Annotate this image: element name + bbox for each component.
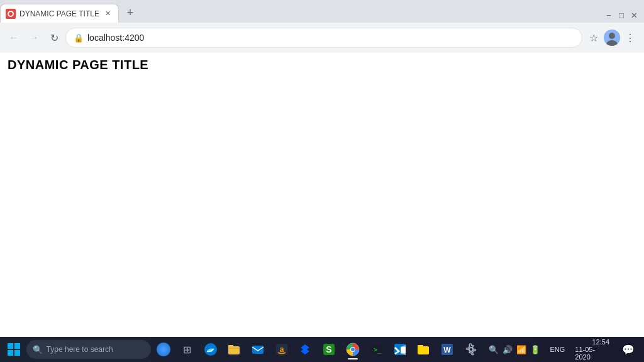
taskbar-search-placeholder: Type here to search	[47, 345, 113, 354]
battery-icon[interactable]: 🔋	[530, 345, 540, 354]
tab-close-button[interactable]: ✕	[103, 9, 113, 19]
svg-point-1	[609, 33, 615, 39]
taskbar-app-settings[interactable]	[460, 338, 482, 361]
windows-logo-q4	[14, 350, 20, 356]
tab-favicon-inner	[8, 11, 14, 17]
search-tray-icon[interactable]: 🔍	[489, 345, 499, 354]
taskbar-app-chrome[interactable]	[341, 338, 364, 361]
active-tab[interactable]: DYNAMIC PAGE TITLE ✕	[0, 4, 119, 23]
s-app-icon: S	[322, 343, 336, 356]
taskbar-app-mail[interactable]	[247, 338, 269, 361]
svg-text:>_: >_	[374, 346, 382, 354]
taskbar-app-dropbox[interactable]	[294, 338, 317, 361]
svg-marker-10	[301, 348, 309, 354]
tab-bar: DYNAMIC PAGE TITLE ✕ + − □ ✕	[0, 0, 644, 23]
svg-rect-6	[252, 346, 264, 354]
explorer-icon	[227, 343, 241, 356]
svg-rect-5	[228, 345, 233, 348]
menu-button[interactable]: ⋮	[621, 29, 639, 47]
bookmark-button[interactable]: ☆	[585, 29, 602, 47]
svg-text:W: W	[443, 346, 451, 354]
taskbar-app-s[interactable]: S	[318, 338, 340, 361]
url-text: localhost:4200	[87, 33, 574, 43]
taskbar-app-taskview[interactable]: ⊞	[175, 338, 198, 361]
forward-button[interactable]: →	[25, 29, 43, 47]
dropbox-icon	[298, 343, 312, 356]
notification-button[interactable]: 💬	[617, 338, 639, 361]
network-icon[interactable]: 📶	[516, 345, 526, 354]
minimize-button[interactable]: −	[604, 10, 614, 20]
windows-logo	[8, 343, 20, 356]
start-button[interactable]	[3, 338, 25, 361]
page-content: DYNAMIC PAGE TITLE	[0, 53, 644, 362]
close-button[interactable]: ✕	[629, 10, 639, 20]
svg-text:a: a	[279, 345, 284, 354]
terminal-icon: >_	[369, 343, 383, 356]
svg-rect-23	[418, 345, 423, 348]
svg-point-17	[351, 348, 355, 351]
taskbar-app-terminal[interactable]: >_	[365, 338, 387, 361]
lock-icon: 🔒	[74, 33, 84, 43]
chrome-icon	[346, 343, 360, 356]
language-indicator[interactable]: ENG	[548, 346, 568, 353]
taskbar-app-amazon[interactable]: a	[270, 338, 293, 361]
svg-rect-21	[401, 347, 406, 353]
new-tab-button[interactable]: +	[121, 4, 139, 21]
taskbar-search[interactable]: 🔍 Type here to search	[26, 340, 151, 359]
svg-text:S: S	[326, 344, 331, 354]
taskbar-app-word[interactable]: W	[436, 338, 458, 361]
tab-title: DYNAMIC PAGE TITLE	[19, 9, 99, 18]
system-tray: 🔍 🔊 📶 🔋	[484, 345, 545, 354]
word-icon: W	[440, 343, 454, 356]
browser-window: DYNAMIC PAGE TITLE ✕ + − □ ✕ ← → ↻ 🔒 loc…	[0, 0, 644, 362]
settings-icon	[464, 343, 478, 356]
edge-icon	[204, 343, 218, 356]
windows-logo-q3	[8, 350, 13, 356]
maximize-button[interactable]: □	[616, 10, 626, 20]
windows-logo-q1	[8, 343, 13, 349]
taskbar-app-explorer[interactable]	[223, 338, 246, 361]
taskbar-app-files2[interactable]	[413, 338, 435, 361]
clock-time: 12:54	[592, 338, 610, 346]
clock-date: 11-05-2020	[575, 346, 609, 361]
toolbar-right: ☆ ⋮	[585, 29, 639, 47]
taskbar: 🔍 Type here to search ⊞	[0, 337, 644, 362]
window-controls: − □ ✕	[599, 10, 644, 20]
page-heading: DYNAMIC PAGE TITLE	[8, 58, 636, 72]
notification-icon: 💬	[622, 344, 635, 356]
amazon-icon: a	[275, 343, 289, 356]
address-bar: ← → ↻ 🔒 localhost:4200 ☆ ⋮	[0, 23, 644, 53]
url-bar[interactable]: 🔒 localhost:4200	[65, 28, 582, 48]
taskbar-app-vscode[interactable]	[389, 338, 411, 361]
vscode-icon	[393, 343, 407, 356]
windows-logo-q2	[14, 343, 20, 349]
cortana-icon	[157, 343, 170, 356]
tab-bar-left: DYNAMIC PAGE TITLE ✕ +	[0, 4, 599, 23]
profile-avatar[interactable]	[604, 30, 620, 46]
taskbar-right: 🔍 🔊 📶 🔋 ENG 12:54 11-05-2020 💬	[484, 338, 642, 361]
speaker-icon[interactable]: 🔊	[502, 345, 513, 354]
taskview-icon: ⊞	[183, 344, 191, 356]
taskbar-app-cortana[interactable]	[152, 338, 175, 361]
tab-favicon	[6, 9, 16, 19]
refresh-button[interactable]: ↻	[45, 29, 63, 47]
avatar-image	[604, 30, 620, 46]
mail-icon	[251, 343, 265, 356]
back-button[interactable]: ←	[5, 29, 23, 47]
taskbar-clock[interactable]: 12:54 11-05-2020	[570, 338, 614, 361]
files-icon	[416, 343, 430, 356]
taskbar-search-icon: 🔍	[33, 345, 43, 354]
taskbar-app-edge[interactable]	[199, 338, 222, 361]
